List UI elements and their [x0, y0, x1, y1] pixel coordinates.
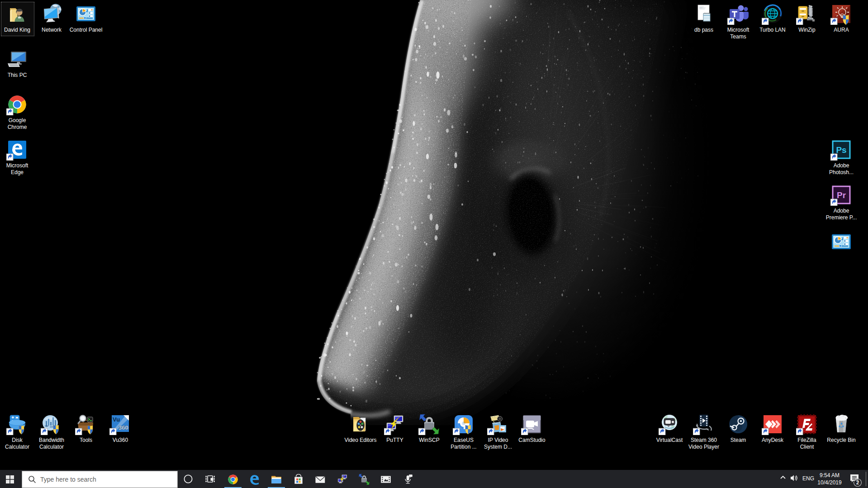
svg-text:2: 2	[856, 480, 859, 485]
svg-text:Vu: Vu	[113, 416, 120, 423]
svg-text:Pr: Pr	[837, 190, 846, 200]
svg-text:Ps: Ps	[836, 145, 846, 155]
svg-text:360: 360	[119, 424, 128, 431]
